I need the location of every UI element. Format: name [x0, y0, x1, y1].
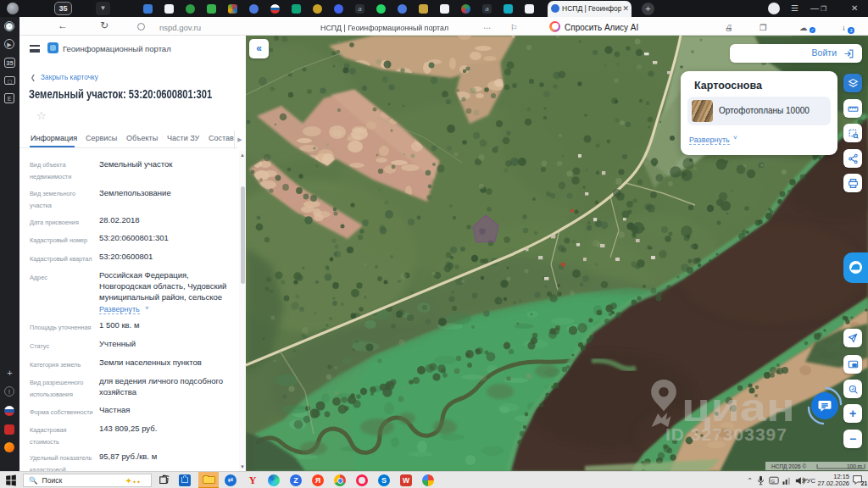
svg-text:G: G: [771, 478, 776, 483]
